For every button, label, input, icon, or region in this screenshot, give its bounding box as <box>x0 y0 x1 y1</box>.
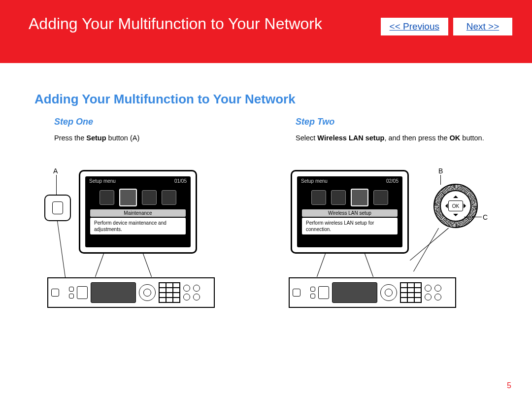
leader-line <box>413 228 439 272</box>
leader-line <box>95 254 104 277</box>
previous-button[interactable]: << Previous <box>381 18 448 35</box>
setup-button-callout <box>44 195 71 221</box>
panel-button-col <box>183 285 190 300</box>
panel-button-col <box>425 285 432 300</box>
step-two-text-mid: , and then press the <box>384 134 449 142</box>
lcd-top-row: Setup menu 02/05 <box>297 176 402 186</box>
callout-label-a: A <box>53 167 58 175</box>
step-two-illustration: Setup menu 02/05 Wireless LAN setup Perf… <box>286 170 493 308</box>
setup-button-icon <box>52 201 63 214</box>
lcd-page-indicator: 02/05 <box>386 178 399 184</box>
panel-button <box>310 294 315 299</box>
header-bar: Adding Your Multifunction to Your Networ… <box>0 0 532 63</box>
panel-button <box>310 287 315 292</box>
lcd-bubble-two: Setup menu 02/05 Wireless LAN setup Perf… <box>291 170 409 254</box>
step-one-text-bold: Setup <box>86 134 106 142</box>
page-title: Adding Your Multifunction to Your Networ… <box>29 15 381 33</box>
panel-button-col <box>310 287 315 299</box>
panel-display <box>332 282 377 303</box>
lcd-icon-selected <box>351 189 368 206</box>
steps-row: Step One Press the Setup button (A) A Se… <box>34 117 498 308</box>
step-one-text-pre: Press the <box>54 134 86 142</box>
lcd-icon <box>142 190 157 205</box>
leader-line <box>57 221 66 278</box>
lcd-selection-label: Wireless LAN setup <box>302 209 398 217</box>
step-two-text-post: button. <box>460 134 484 142</box>
lcd-icon-row <box>297 186 402 209</box>
dial-outer-ring: OK <box>433 184 478 228</box>
section-title: Adding Your Multifunction to Your Networ… <box>34 92 498 107</box>
panel-button <box>293 289 300 297</box>
lcd-icon <box>100 190 114 205</box>
leader-line <box>143 254 152 277</box>
lcd-top-row: Setup menu 01/05 <box>85 176 191 186</box>
step-one-text-post: button (A) <box>106 134 140 142</box>
callout-label-b: B <box>438 167 443 175</box>
step-two-text-bold: Wireless LAN setup <box>317 134 384 142</box>
lcd-bubble-one: Setup menu 01/05 Maintenance Perform dev… <box>79 170 197 254</box>
step-one-title: Step One <box>34 117 256 127</box>
step-one: Step One Press the Setup button (A) A Se… <box>34 117 256 308</box>
ok-button: OK <box>448 200 463 211</box>
step-two-title: Step Two <box>276 117 498 127</box>
lcd-selection-desc: Perform wireless LAN setup for connectio… <box>302 218 398 234</box>
leader-c <box>464 217 482 217</box>
panel-button <box>51 289 59 297</box>
step-two-text-bold2: OK <box>450 134 461 142</box>
lcd-menu-title: Setup menu <box>89 178 116 184</box>
callout-label-c: C <box>483 213 488 221</box>
panel-setup-button <box>77 286 88 299</box>
lcd-menu-title: Setup menu <box>301 178 328 184</box>
lcd-selection-desc: Perform device maintenance and adjustmen… <box>90 218 186 234</box>
panel-display <box>91 282 136 303</box>
panel-dial <box>139 284 156 301</box>
page-number: 5 <box>507 381 511 390</box>
lcd-page-indicator: 01/05 <box>174 178 187 184</box>
panel-button-col <box>69 287 74 299</box>
arrow-left-icon <box>443 203 448 208</box>
panel-setup-button <box>318 286 329 299</box>
panel-button-col <box>434 285 441 300</box>
panel-button-col <box>193 285 200 300</box>
lcd-selection-label: Maintenance <box>90 209 186 217</box>
lcd-icon-selected <box>119 189 137 206</box>
lcd-icon-row <box>85 186 191 209</box>
lcd-icon <box>373 190 388 205</box>
leader-line <box>365 254 373 277</box>
leader-a <box>56 175 57 195</box>
ok-dial-callout: OK <box>433 184 478 228</box>
lcd-icon <box>162 190 176 205</box>
device-panel-one <box>47 277 215 308</box>
lcd-screen-two: Setup menu 02/05 Wireless LAN setup Perf… <box>297 176 402 247</box>
step-two: Step Two Select Wireless LAN setup, and … <box>276 117 498 308</box>
next-button[interactable]: Next >> <box>453 18 512 35</box>
lcd-icon <box>331 190 346 205</box>
leader-line <box>410 228 449 261</box>
panel-button <box>69 287 74 292</box>
arrow-right-icon <box>464 203 468 208</box>
nav-links: << Previous Next >> <box>381 18 512 35</box>
step-one-text: Press the Setup button (A) <box>34 133 256 143</box>
lcd-icon <box>311 190 326 205</box>
device-panel-two <box>289 277 456 308</box>
step-two-text-pre: Select <box>296 134 317 142</box>
step-two-text: Select Wireless LAN setup, and then pres… <box>276 133 498 143</box>
panel-dial <box>380 284 397 301</box>
panel-button <box>69 294 74 299</box>
panel-numpad <box>400 282 422 303</box>
lcd-screen-one: Setup menu 01/05 Maintenance Perform dev… <box>85 176 191 247</box>
leader-b <box>440 175 441 185</box>
panel-numpad <box>159 282 180 303</box>
leader-line <box>317 254 326 277</box>
step-one-illustration: A Setup menu 01/05 <box>44 170 222 308</box>
content-area: Adding Your Multifunction to Your Networ… <box>0 63 532 308</box>
